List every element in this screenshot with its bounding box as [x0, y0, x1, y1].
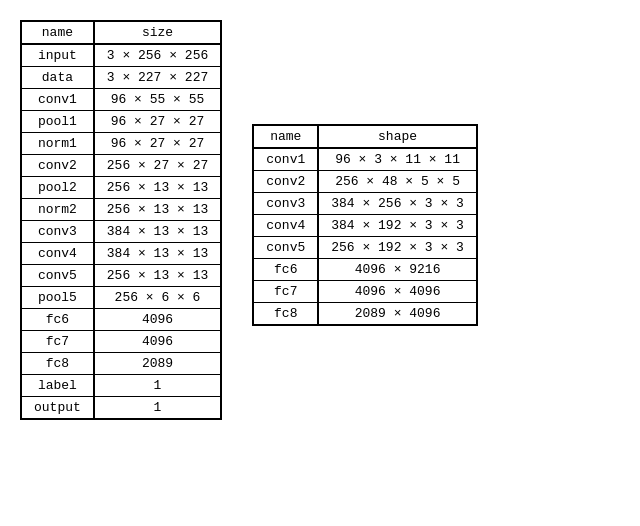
cell-name: conv5 [21, 265, 94, 287]
cell-name: pool5 [21, 287, 94, 309]
cell-value: 256 × 13 × 13 [94, 265, 221, 287]
cell-name: fc8 [253, 303, 318, 326]
cell-name: fc6 [253, 259, 318, 281]
table-row: fc82089 [21, 353, 221, 375]
cell-value: 4096 [94, 309, 221, 331]
right-table-header-name: name [253, 125, 318, 148]
cell-name: conv2 [21, 155, 94, 177]
left-table-header-size: size [94, 21, 221, 44]
cell-name: data [21, 67, 94, 89]
table-row: conv196 × 55 × 55 [21, 89, 221, 111]
right-table: name shape conv196 × 3 × 11 × 11conv2256… [252, 124, 478, 326]
table-row: conv2256 × 27 × 27 [21, 155, 221, 177]
table-row: pool196 × 27 × 27 [21, 111, 221, 133]
cell-value: 256 × 48 × 5 × 5 [318, 171, 477, 193]
table-row: conv4384 × 13 × 13 [21, 243, 221, 265]
cell-name: conv3 [253, 193, 318, 215]
cell-value: 1 [94, 375, 221, 397]
cell-value: 4096 [94, 331, 221, 353]
cell-name: conv5 [253, 237, 318, 259]
table-row: input3 × 256 × 256 [21, 44, 221, 67]
cell-value: 256 × 13 × 13 [94, 177, 221, 199]
cell-value: 96 × 55 × 55 [94, 89, 221, 111]
table-row: pool2256 × 13 × 13 [21, 177, 221, 199]
cell-value: 3 × 256 × 256 [94, 44, 221, 67]
cell-value: 3 × 227 × 227 [94, 67, 221, 89]
cell-name: fc6 [21, 309, 94, 331]
right-table-header-shape: shape [318, 125, 477, 148]
table-row: conv4384 × 192 × 3 × 3 [253, 215, 477, 237]
cell-value: 256 × 13 × 13 [94, 199, 221, 221]
cell-value: 96 × 27 × 27 [94, 111, 221, 133]
table-row: pool5256 × 6 × 6 [21, 287, 221, 309]
cell-name: norm2 [21, 199, 94, 221]
table-row: fc74096 × 4096 [253, 281, 477, 303]
cell-value: 96 × 3 × 11 × 11 [318, 148, 477, 171]
cell-name: conv1 [253, 148, 318, 171]
cell-value: 96 × 27 × 27 [94, 133, 221, 155]
cell-name: fc8 [21, 353, 94, 375]
cell-value: 1 [94, 397, 221, 420]
cell-name: fc7 [253, 281, 318, 303]
cell-value: 384 × 13 × 13 [94, 243, 221, 265]
table-row: conv5256 × 13 × 13 [21, 265, 221, 287]
cell-value: 384 × 13 × 13 [94, 221, 221, 243]
cell-value: 4096 × 9216 [318, 259, 477, 281]
table-row: fc64096 [21, 309, 221, 331]
cell-name: pool1 [21, 111, 94, 133]
cell-name: pool2 [21, 177, 94, 199]
cell-value: 256 × 6 × 6 [94, 287, 221, 309]
tables-container: name size input3 × 256 × 256data3 × 227 … [20, 20, 478, 420]
cell-name: output [21, 397, 94, 420]
table-row: label1 [21, 375, 221, 397]
table-row: fc64096 × 9216 [253, 259, 477, 281]
cell-name: norm1 [21, 133, 94, 155]
table-row: conv2256 × 48 × 5 × 5 [253, 171, 477, 193]
cell-value: 4096 × 4096 [318, 281, 477, 303]
cell-name: conv1 [21, 89, 94, 111]
cell-value: 256 × 192 × 3 × 3 [318, 237, 477, 259]
cell-name: conv4 [253, 215, 318, 237]
table-row: norm196 × 27 × 27 [21, 133, 221, 155]
cell-name: label [21, 375, 94, 397]
table-row: conv5256 × 192 × 3 × 3 [253, 237, 477, 259]
cell-value: 384 × 192 × 3 × 3 [318, 215, 477, 237]
table-row: fc82089 × 4096 [253, 303, 477, 326]
cell-name: conv3 [21, 221, 94, 243]
cell-name: input [21, 44, 94, 67]
left-table: name size input3 × 256 × 256data3 × 227 … [20, 20, 222, 420]
table-row: output1 [21, 397, 221, 420]
cell-name: conv2 [253, 171, 318, 193]
cell-name: conv4 [21, 243, 94, 265]
left-table-header-name: name [21, 21, 94, 44]
table-row: fc74096 [21, 331, 221, 353]
table-row: data3 × 227 × 227 [21, 67, 221, 89]
cell-name: fc7 [21, 331, 94, 353]
table-row: conv3384 × 13 × 13 [21, 221, 221, 243]
table-row: conv3384 × 256 × 3 × 3 [253, 193, 477, 215]
cell-value: 256 × 27 × 27 [94, 155, 221, 177]
table-row: norm2256 × 13 × 13 [21, 199, 221, 221]
cell-value: 2089 × 4096 [318, 303, 477, 326]
table-row: conv196 × 3 × 11 × 11 [253, 148, 477, 171]
cell-value: 384 × 256 × 3 × 3 [318, 193, 477, 215]
cell-value: 2089 [94, 353, 221, 375]
